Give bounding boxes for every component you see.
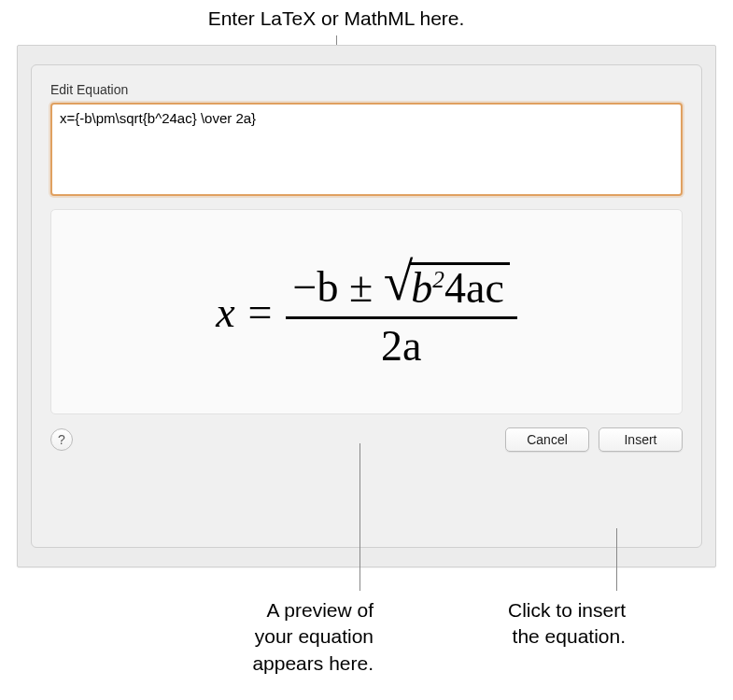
edit-equation-dialog: Edit Equation x = −b ± √ b24ac xyxy=(31,64,702,548)
leader-line-bottom-left xyxy=(359,443,360,591)
radicand-tail: 4ac xyxy=(444,264,504,312)
radicand-exponent: 2 xyxy=(432,266,444,292)
radicand-base: b xyxy=(411,264,432,312)
annotation-insert-hint: Click to insertthe equation. xyxy=(420,597,626,651)
leader-line-bottom-right xyxy=(616,528,617,591)
annotation-input-hint: Enter LaTeX or MathML here. xyxy=(168,6,504,32)
dialog-title: Edit Equation xyxy=(50,82,683,97)
equation-lhs: x xyxy=(216,287,234,337)
fraction-bar xyxy=(286,316,517,319)
equation-denominator: 2a xyxy=(374,323,429,371)
radicand: b24ac xyxy=(409,262,510,313)
equation-equals: = xyxy=(248,287,273,337)
radical-symbol: √ xyxy=(384,252,414,311)
equation-preview: x = −b ± √ b24ac 2a xyxy=(50,209,683,414)
cancel-button[interactable]: Cancel xyxy=(505,427,589,452)
insert-button[interactable]: Insert xyxy=(599,427,683,452)
square-root: √ b24ac xyxy=(384,254,510,313)
dialog-button-row: ? Cancel Insert xyxy=(50,427,683,452)
annotation-preview-hint: A preview ofyour equationappears here. xyxy=(168,597,374,677)
equation-input[interactable] xyxy=(50,103,683,196)
help-button[interactable]: ? xyxy=(50,428,73,451)
equation-fraction: −b ± √ b24ac 2a xyxy=(286,254,517,371)
screenshot-background: Edit Equation x = −b ± √ b24ac xyxy=(17,45,716,567)
rendered-equation: x = −b ± √ b24ac 2a xyxy=(216,254,517,371)
equation-numerator: −b ± √ b24ac xyxy=(286,254,517,313)
numerator-prefix: −b ± xyxy=(293,263,374,311)
